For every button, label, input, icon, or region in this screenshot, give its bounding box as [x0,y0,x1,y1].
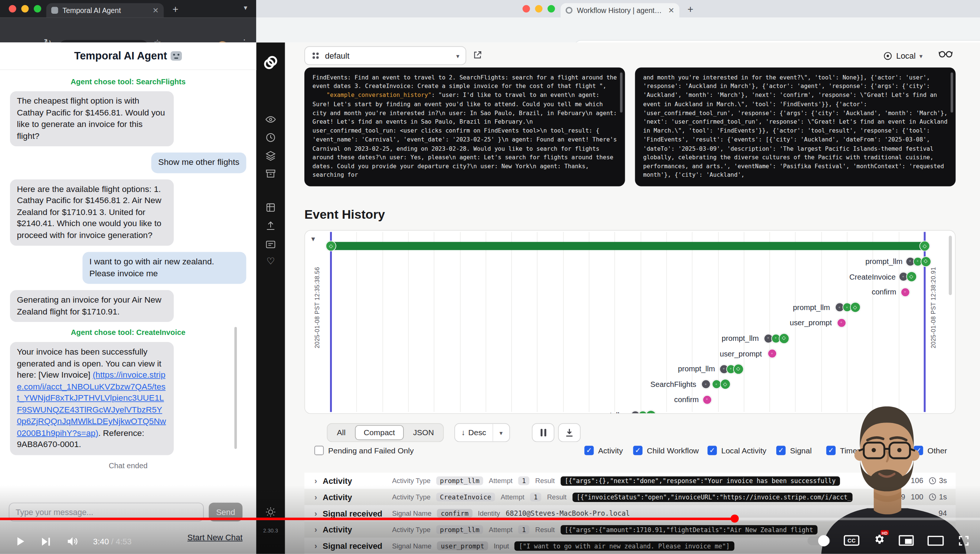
event-field-label: Attempt [489,477,513,485]
workflow-span-bar[interactable] [331,242,924,250]
theater-mode-icon[interactable] [928,535,944,546]
batch-icon[interactable] [265,202,276,213]
chevron-right-icon[interactable]: › [314,476,317,485]
chat-message-user: Show me other flights [151,153,247,173]
event-field-label: Result [535,477,555,485]
settings-control[interactable]: HD [873,533,885,548]
namespace-selector[interactable]: default ▾ [304,46,466,65]
autoplay-toggle[interactable] [807,536,830,545]
timeline-scrollbar[interactable] [949,236,952,295]
theme-sun-icon[interactable] [265,506,276,517]
invoice-link[interactable]: (https://invoice.stripe.com/i/acct_1NBOL… [17,370,166,438]
download-history-button[interactable] [558,423,581,442]
progress-scrubber[interactable] [730,515,739,523]
event-kind: Activity [323,476,387,485]
tab-search-chevron-icon[interactable]: ▾ [244,4,247,12]
miniplayer-icon[interactable] [899,535,913,546]
new-tab-icon[interactable]: + [173,4,178,15]
timeline-pink-marker[interactable] [702,395,712,404]
tab-close-icon[interactable]: ✕ [153,7,159,14]
json-text: and month you're interested in for the e… [643,74,951,178]
timeline-gridline [537,232,538,412]
chevron-right-icon[interactable]: › [314,509,317,518]
event-field-badge: CreateInvoice [436,493,495,501]
minimize-window-icon[interactable] [21,5,29,12]
volume-icon[interactable] [66,535,80,548]
play-icon[interactable] [14,535,26,548]
schedules-icon[interactable] [265,132,276,143]
workflow-result-json-panel[interactable]: and month you're interested in for the e… [635,68,956,186]
new-tab-icon[interactable]: + [687,4,694,15]
workflows-icon[interactable] [265,114,276,125]
close-window-icon[interactable] [523,5,530,12]
tab-favicon [566,7,573,14]
timeline-green-diamond-marker[interactable] [920,256,931,267]
pause-autorefresh-button[interactable] [532,423,555,442]
workflow-input-json-panel[interactable]: FindEvents: Find an event to travel to 2… [304,68,625,186]
filter-activity[interactable]: ✓Activity [584,446,623,455]
minimize-window-icon[interactable] [535,5,542,12]
labs-heart-icon[interactable]: ♡ [265,256,276,267]
timeline-pink-marker[interactable] [837,318,846,328]
collapse-timeline-icon[interactable]: ▾ [311,234,315,243]
zoom-window-icon[interactable] [547,5,555,12]
chat-message-agent: Here are the available flight options: 1… [10,179,174,245]
filter-label: Child Workflow [647,446,699,455]
browser-tab[interactable]: Workflow History | agent-wor... ✕ [560,3,679,18]
timeline-green-marker[interactable] [638,410,647,414]
timeline-green-marker[interactable] [712,379,721,389]
timeline-gray-marker[interactable] [630,410,640,414]
feedback-icon[interactable] [265,239,276,250]
archival-icon[interactable] [265,168,276,179]
panel-scrollbar[interactable] [620,72,622,113]
zoom-window-icon[interactable] [34,5,41,12]
close-window-icon[interactable] [9,5,16,12]
open-in-new-icon[interactable] [473,50,482,60]
view-tab-all[interactable]: All [329,425,354,440]
progress-track[interactable] [0,517,980,520]
arrow-down-icon: ↓ [461,428,466,437]
fullscreen-icon[interactable] [957,534,970,547]
tab-close-icon[interactable]: ✕ [668,7,675,14]
workflow-start-marker[interactable] [326,240,336,252]
player-right-controls: CC HD [807,533,970,548]
timeline-green-diamond-marker[interactable] [720,379,730,390]
temporal-logo[interactable] [263,55,278,70]
timeline-green-diamond-marker[interactable] [906,271,916,282]
namespaces-icon[interactable] [265,150,276,161]
sort-order-button[interactable]: ↓Desc ▾ [454,423,510,442]
view-tab-json[interactable]: JSON [405,425,442,440]
cluster-selector[interactable]: Local ▾ [883,48,923,64]
filter-local-activity[interactable]: ✓Local Activity [708,446,767,455]
timeline-gray-marker[interactable] [701,379,710,389]
checkbox-icon[interactable]: ✓ [708,446,717,455]
checkbox-icon[interactable]: ✓ [584,446,593,455]
filter-child-workflow[interactable]: ✓Child Workflow [633,446,699,455]
timeline-green-diamond-marker[interactable] [778,333,789,344]
chevron-down-icon[interactable]: ▾ [493,429,509,436]
import-icon[interactable] [265,220,276,231]
tab-title: Temporal AI Agent [62,7,148,14]
timeline-event-label: CreateInvoice [789,272,896,282]
chevron-right-icon[interactable]: › [314,492,317,501]
checkbox-icon[interactable]: ✓ [633,446,643,455]
view-tab-compact[interactable]: Compact [355,425,404,440]
timeline-green-diamond-marker[interactable] [733,363,743,374]
target-icon [883,51,892,60]
timeline-pink-marker[interactable] [900,287,910,297]
panel-scrollbar[interactable] [951,72,953,113]
timeline-green-diamond-marker[interactable] [645,410,656,414]
workflow-end-marker[interactable] [920,240,930,252]
next-icon[interactable] [40,535,52,547]
feedback-glasses-icon[interactable] [939,49,953,59]
download-icon [565,428,574,437]
timeline-green-diamond-marker[interactable] [850,302,861,313]
browser-tab[interactable]: Temporal AI Agent ✕ [46,3,164,18]
subtitles-icon[interactable]: CC [844,535,859,546]
timeline-gridline [408,232,409,412]
timeline-gridline [460,232,460,412]
chat-scrollbar[interactable] [234,327,237,449]
checkbox-icon[interactable]: ✓ [776,446,786,455]
timeline-gridline [589,232,590,412]
timeline-pink-marker[interactable] [767,349,776,358]
